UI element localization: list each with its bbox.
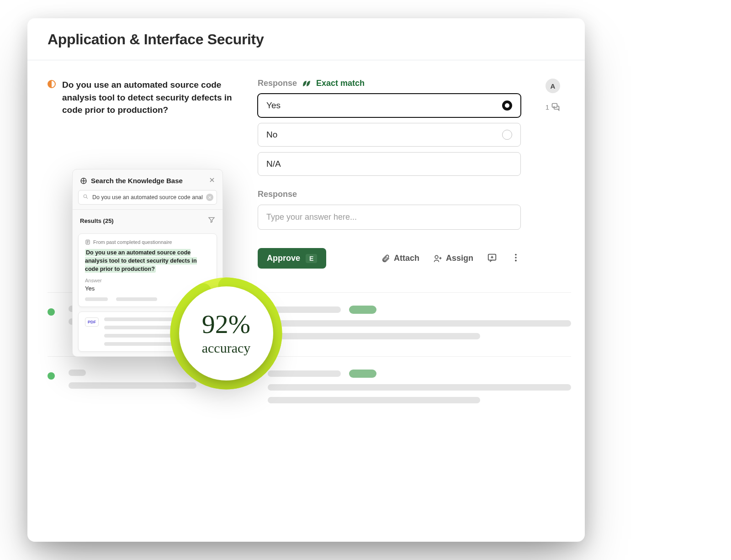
- assign-button[interactable]: Assign: [433, 254, 473, 263]
- svg-point-0: [435, 255, 438, 259]
- comment-plus-icon: [487, 253, 497, 263]
- avatar[interactable]: A: [546, 79, 560, 93]
- approve-button[interactable]: Approve E: [258, 248, 326, 269]
- free-response-input[interactable]: [258, 205, 521, 230]
- accuracy-label: accuracy: [202, 340, 251, 356]
- free-response-label: Response: [258, 190, 521, 199]
- svg-point-7: [84, 195, 87, 198]
- info-icon: [80, 177, 87, 185]
- kb-result-source: From past completed questionnaire: [85, 239, 210, 245]
- kb-filter-button[interactable]: [208, 216, 215, 225]
- assign-label: Assign: [446, 254, 473, 263]
- approve-label: Approve: [267, 254, 300, 263]
- attach-button[interactable]: Attach: [381, 254, 419, 263]
- side-column: A 1: [535, 79, 571, 269]
- accuracy-percent: 92%: [202, 311, 250, 338]
- response-column: Response Exact match Yes No N/A Response: [258, 79, 521, 269]
- response-label: Response: [258, 79, 297, 88]
- page-title: Application & Interface Security: [48, 31, 565, 48]
- option-label: Yes: [266, 100, 281, 111]
- option-label: No: [266, 130, 277, 140]
- match-label: Exact match: [316, 79, 365, 88]
- filter-icon: [208, 216, 215, 223]
- kb-title: Search the Knowledge Base: [91, 177, 205, 185]
- svg-point-2: [515, 254, 517, 255]
- more-vertical-icon: [511, 253, 521, 263]
- radio-icon: [502, 130, 512, 140]
- close-icon: [209, 177, 215, 183]
- user-plus-icon: [433, 254, 442, 263]
- approve-shortcut: E: [306, 254, 317, 263]
- comments-icon: [551, 102, 560, 111]
- kb-results-header: Results (25): [73, 212, 222, 229]
- kb-search-field: ✕: [78, 190, 217, 205]
- response-option-no[interactable]: No: [258, 123, 521, 147]
- option-label: N/A: [266, 159, 281, 169]
- kb-header: Search the Knowledge Base: [73, 169, 222, 190]
- svg-point-3: [515, 257, 517, 259]
- status-complete-icon: [48, 308, 55, 316]
- comment-count: 1: [546, 103, 549, 111]
- response-option-yes[interactable]: Yes: [258, 94, 521, 117]
- status-indicator-icon: [48, 80, 56, 88]
- free-response-section: Response: [258, 190, 521, 230]
- leaf-icon: [302, 79, 312, 88]
- accuracy-badge: 92% accuracy: [169, 276, 283, 391]
- comment-count-button[interactable]: 1: [546, 102, 560, 111]
- kb-results-label: Results (25): [80, 217, 114, 224]
- pdf-badge: PDF: [85, 317, 99, 327]
- secondary-actions: Attach Assign: [381, 253, 521, 264]
- kb-close-button[interactable]: [209, 176, 215, 185]
- card-header: Application & Interface Security: [27, 18, 585, 60]
- attach-label: Attach: [394, 254, 419, 263]
- status-complete-icon: [48, 372, 55, 380]
- radio-icon: [502, 100, 512, 111]
- kb-search-input[interactable]: [78, 190, 217, 205]
- paperclip-icon: [381, 254, 390, 263]
- svg-point-4: [515, 259, 517, 261]
- action-bar: Approve E Attach Assign: [258, 248, 521, 269]
- svg-rect-5: [552, 104, 557, 107]
- questionnaire-icon: [85, 239, 90, 245]
- add-comment-button[interactable]: [487, 253, 497, 264]
- response-header: Response Exact match: [258, 79, 521, 88]
- search-icon: [83, 193, 89, 201]
- kb-clear-button[interactable]: ✕: [206, 194, 213, 201]
- skeleton-question-2: [48, 356, 571, 416]
- kb-result-question: Do you use an automated source code anal…: [85, 248, 210, 273]
- more-button[interactable]: [511, 253, 521, 264]
- response-option-na[interactable]: N/A: [258, 152, 521, 176]
